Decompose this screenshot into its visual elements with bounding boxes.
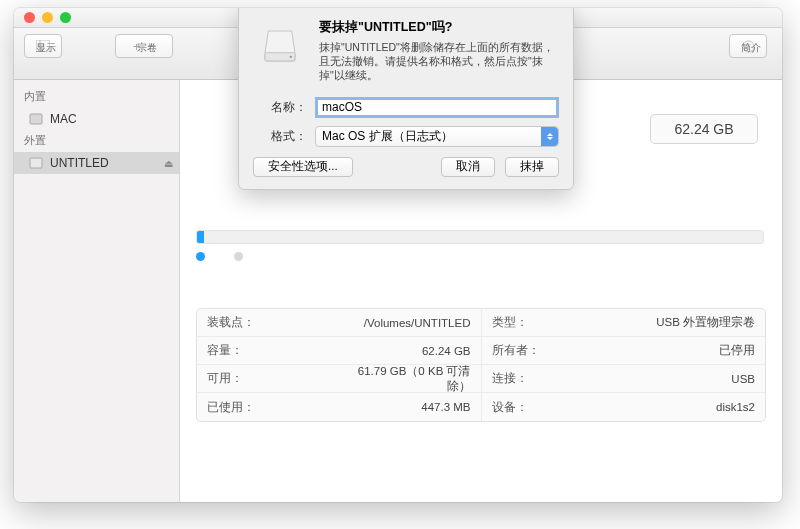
chevron-updown-icon <box>541 127 558 146</box>
sidebar-item-label: UNTITLED <box>50 156 109 170</box>
cell-key: 容量： <box>197 337 339 364</box>
dialog-message: 抹掉"UNTITLED"将删除储存在上面的所有数据，且无法撤销。请提供名称和格式… <box>319 40 559 83</box>
format-value: Mac OS 扩展（日志式） <box>322 128 453 145</box>
erase-dialog: 要抹掉"UNTITLED"吗? 抹掉"UNTITLED"将删除储存在上面的所有数… <box>238 8 574 190</box>
cell-key: 所有者： <box>482 337 624 364</box>
sidebar: 内置 MAC 外置 UNTITLED ⏏ <box>14 80 180 502</box>
svg-rect-8 <box>30 114 42 124</box>
info-label: 简介 <box>741 41 761 55</box>
table-row: 装载点：/Volumes/UNTITLED 类型：USB 外置物理宗卷 <box>197 309 765 337</box>
volume-label: 宗卷 <box>137 41 157 55</box>
security-options-button[interactable]: 安全性选项... <box>253 157 353 177</box>
svg-point-11 <box>290 56 292 58</box>
sidebar-section-external: 外置 <box>14 130 179 152</box>
cell-key: 类型： <box>482 309 624 336</box>
cell-key: 连接： <box>482 365 624 392</box>
cell-key: 装载点： <box>197 309 339 336</box>
table-row: 已使用：447.3 MB 设备：disk1s2 <box>197 393 765 421</box>
cell-key: 设备： <box>482 393 624 421</box>
cell-val: 62.24 GB <box>339 337 482 364</box>
drive-icon <box>253 19 307 73</box>
cell-key: 可用： <box>197 365 339 392</box>
close-icon[interactable] <box>24 12 35 23</box>
details-table: 装载点：/Volumes/UNTITLED 类型：USB 外置物理宗卷 容量：6… <box>196 308 766 422</box>
sidebar-item-mac[interactable]: MAC <box>14 108 179 130</box>
zoom-icon[interactable] <box>60 12 71 23</box>
cell-val: 已停用 <box>623 337 765 364</box>
usage-legend <box>196 250 248 262</box>
hdd-icon <box>28 111 44 127</box>
cell-val: 61.79 GB（0 KB 可清除） <box>339 365 482 392</box>
cell-key: 已使用： <box>197 393 339 421</box>
cell-val: USB <box>623 365 765 392</box>
capacity-box: 62.24 GB <box>650 114 758 144</box>
format-label: 格式： <box>253 128 307 145</box>
legend-used <box>196 250 210 262</box>
cell-val: disk1s2 <box>623 393 765 421</box>
cell-val: 447.3 MB <box>339 393 482 421</box>
name-label: 名称： <box>253 99 307 116</box>
table-row: 容量：62.24 GB 所有者：已停用 <box>197 337 765 365</box>
cell-val: USB 外置物理宗卷 <box>623 309 765 336</box>
cancel-button[interactable]: 取消 <box>441 157 495 177</box>
external-hdd-icon <box>28 155 44 171</box>
sidebar-item-label: MAC <box>50 112 77 126</box>
sidebar-section-internal: 内置 <box>14 86 179 108</box>
minimize-icon[interactable] <box>42 12 53 23</box>
sidebar-item-untitled[interactable]: UNTITLED ⏏ <box>14 152 179 174</box>
disk-utility-window: 磁盘工具 显示 + − 宗卷 急救 分区 抹掉 恢复 卸载 i简介 内置 MAC… <box>14 8 782 502</box>
usage-bar-fill <box>197 231 204 243</box>
window-controls <box>24 12 71 23</box>
usage-bar <box>196 230 764 244</box>
format-select[interactable]: Mac OS 扩展（日志式） <box>315 126 559 147</box>
show-label: 显示 <box>36 41 56 55</box>
svg-rect-9 <box>30 158 42 168</box>
legend-free <box>234 250 248 262</box>
table-row: 可用：61.79 GB（0 KB 可清除） 连接：USB <box>197 365 765 393</box>
cell-val: /Volumes/UNTITLED <box>339 309 482 336</box>
dialog-title: 要抹掉"UNTITLED"吗? <box>319 19 559 36</box>
name-input[interactable] <box>315 97 559 118</box>
eject-icon[interactable]: ⏏ <box>164 158 173 169</box>
erase-confirm-button[interactable]: 抹掉 <box>505 157 559 177</box>
